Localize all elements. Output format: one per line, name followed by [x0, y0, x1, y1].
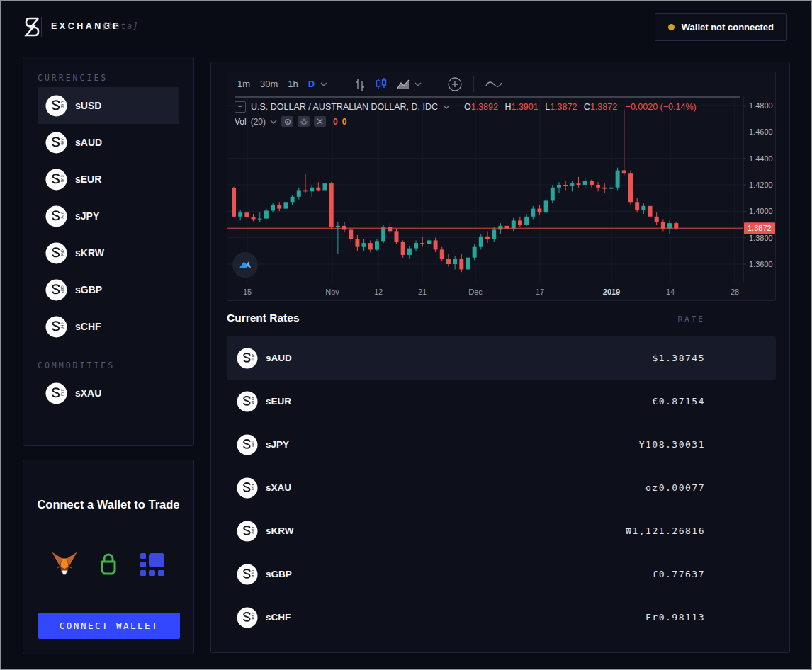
candle-body [459, 259, 463, 270]
synth-coin-icon: XAU [45, 382, 67, 404]
synth-coin-icon: KRW [45, 242, 67, 264]
commodities-section-label: COMMODITIES [38, 360, 193, 370]
candle-body [368, 243, 373, 249]
symbol-chevron-down-icon[interactable] [443, 105, 450, 109]
candle-body [303, 190, 308, 191]
interval-1h-button[interactable]: 1h [288, 79, 298, 89]
pane-separator [235, 96, 740, 98]
candle-body [473, 247, 477, 258]
rates-row-skrw[interactable]: KRWsKRW₩1,121.26816 [227, 509, 776, 552]
interval-d-button[interactable]: D [308, 79, 315, 89]
time-tick-label: 17 [536, 288, 544, 296]
svg-text:KRW: KRW [60, 249, 64, 256]
last-price-badge: 1.3872 [748, 224, 772, 232]
svg-text:GBP: GBP [251, 570, 255, 577]
sidebar-item-schf[interactable]: CHFsCHF [38, 308, 179, 345]
volume-chevron-down-icon[interactable] [270, 120, 277, 124]
wallet-status-badge[interactable]: Wallet not connected [655, 13, 787, 41]
candle-body [381, 227, 385, 242]
rate-value: ₩1,121.26816 [626, 526, 705, 536]
candle-body [544, 200, 548, 212]
candle-body [524, 217, 529, 225]
synth-coin-icon: GBP [45, 279, 67, 301]
indicators-wave-icon[interactable] [485, 79, 503, 89]
candle-body [414, 243, 418, 248]
area-style-icon[interactable] [395, 77, 411, 91]
rates-row-seur[interactable]: EURsEUR€0.87154 [227, 380, 776, 423]
bars-style-icon[interactable] [353, 77, 367, 91]
sidebar-item-sxau[interactable]: XAUsXAU [38, 375, 179, 411]
rate-currency-label: sJPY [266, 439, 289, 450]
time-tick-label: 15 [243, 288, 252, 296]
sidebar-item-skrw[interactable]: KRWsKRW [38, 234, 179, 271]
rates-header: Current Rates RATE [227, 312, 776, 324]
svg-text:JPY: JPY [251, 441, 255, 448]
synth-coin-icon: EUR [237, 391, 258, 412]
rate-value: €0.87154 [652, 396, 705, 407]
rates-row-schf[interactable]: CHFsCHFFr0.98113 [227, 596, 776, 639]
candle-body [310, 188, 314, 192]
candle-body [590, 181, 594, 185]
candle-body [485, 237, 490, 239]
interval-30m-button[interactable]: 30m [260, 79, 278, 89]
sidebar-item-saud[interactable]: AUDsAUD [38, 124, 179, 161]
ohlc-values: O1.3892 H1.3901 L1.3872 C1.3872 −0.0020 … [464, 102, 697, 112]
candles-style-icon[interactable] [374, 77, 388, 91]
candle-body [531, 209, 535, 217]
candle-body [635, 202, 639, 210]
ledger-icon[interactable] [139, 551, 166, 578]
collapse-legend-icon[interactable]: − [235, 101, 246, 113]
toolbar-divider [342, 76, 342, 92]
rates-row-sxau[interactable]: XAUsXAUoz0.00077 [227, 466, 776, 509]
volume-period: (20) [251, 117, 266, 127]
synth-coin-icon: EUR [45, 169, 67, 191]
price-chart-widget: 1m 30m 1h D [227, 72, 776, 301]
svg-text:XAU: XAU [251, 484, 255, 491]
lock-icon[interactable] [95, 551, 122, 578]
connect-wallet-button[interactable]: CONNECT WALLET [38, 613, 180, 639]
rates-row-sjpy[interactable]: JPYsJPY¥108.30031 [227, 423, 776, 466]
candle-body [355, 239, 359, 247]
candle-body [641, 206, 645, 210]
rate-currency-label: sXAU [266, 482, 291, 493]
volume-settings-gear-icon[interactable] [298, 116, 310, 127]
tradingview-watermark[interactable] [232, 252, 258, 278]
synth-coin-icon: CHF [237, 607, 258, 628]
svg-text:AUD: AUD [251, 354, 255, 361]
sidebar-item-seur[interactable]: EURsEUR [38, 161, 179, 198]
sidebar-item-label: sXAU [75, 387, 101, 399]
sidebar-item-susd[interactable]: USDsUSD [38, 87, 179, 124]
interval-1m-button[interactable]: 1m [237, 79, 250, 89]
synthetix-logo[interactable] [21, 14, 43, 40]
svg-text:EUR: EUR [251, 397, 255, 404]
style-chevron-down-icon[interactable] [415, 82, 422, 86]
price-tick-label: 1.4000 [749, 207, 773, 215]
rate-currency-label: sEUR [266, 396, 291, 407]
price-tick-label: 1.3600 [749, 260, 773, 268]
volume-close-icon[interactable] [314, 116, 326, 127]
candle-body [291, 197, 295, 202]
candle-body [479, 237, 483, 247]
compare-plus-icon[interactable] [447, 76, 463, 92]
volume-eye-icon[interactable] [281, 116, 293, 127]
candle-body [609, 188, 613, 189]
chart-plot-area[interactable]: 1.48001.46001.44001.42001.40001.38001.36… [227, 96, 775, 283]
interval-chevron-down-icon[interactable] [320, 82, 327, 86]
metamask-icon[interactable] [51, 551, 78, 578]
candle-body [622, 170, 626, 173]
connect-wallet-panel: Connect a Wallet to Trade [23, 460, 194, 654]
synth-coin-icon: KRW [237, 521, 258, 542]
candle-body [498, 226, 502, 230]
rates-row-sgbp[interactable]: GBPsGBP£0.77637 [227, 552, 776, 596]
sidebar-item-sgbp[interactable]: GBPsGBP [38, 271, 179, 308]
chart-symbol-title[interactable]: U.S. DOLLAR / AUSTRALIAN DOLLAR, D, IDC [251, 102, 438, 112]
chart-toolbar: 1m 30m 1h D [227, 72, 775, 96]
change-value: −0.0020 (−0.14%) [626, 102, 697, 112]
rates-row-saud[interactable]: AUDsAUD$1.38745 [227, 336, 776, 380]
sidebar-item-label: sUSD [75, 100, 101, 111]
candle-body [297, 190, 301, 196]
sidebar-item-sjpy[interactable]: JPYsJPY [38, 198, 179, 234]
candle-body [440, 249, 444, 259]
chart-time-axis[interactable]: 15Nov1221Dec1720191428 [227, 283, 775, 302]
candle-body [602, 188, 607, 189]
